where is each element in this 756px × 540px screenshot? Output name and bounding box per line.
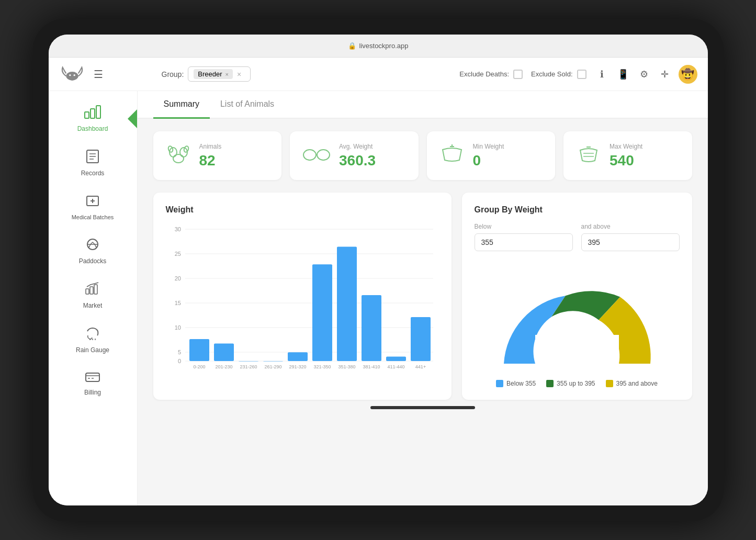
svg-text:411-440: 411-440: [387, 364, 404, 369]
group-chart-card: Group By Weight Below and above: [462, 193, 692, 400]
donut-svg: [483, 267, 671, 372]
legend-label-below: Below 355: [506, 380, 536, 387]
sidebar-item-billing[interactable]: Billing: [49, 362, 137, 404]
sidebar-label-dashboard: Dashboard: [77, 125, 108, 132]
svg-point-30: [173, 154, 184, 163]
exclude-deaths-toggle: Exclude Deaths:: [459, 70, 523, 79]
above-label: and above: [581, 223, 680, 230]
below-label: Below: [475, 223, 573, 230]
svg-text:5: 5: [177, 349, 180, 355]
avg-weight-stat-info: Avg. Weight 360.3: [339, 143, 376, 169]
rain-gauge-icon: [85, 326, 100, 344]
legend-above-395: 395 and above: [606, 380, 658, 387]
exclude-deaths-checkbox[interactable]: [513, 70, 523, 79]
sidebar-label-market: Market: [83, 302, 103, 309]
sidebar-item-medical-batches[interactable]: Medical Batches: [49, 185, 137, 229]
svg-text:351-380: 351-380: [338, 364, 355, 369]
animals-label: Animals: [199, 143, 222, 150]
svg-rect-54: [189, 339, 209, 361]
group-tag[interactable]: Breeder ×: [194, 69, 233, 79]
market-icon: [85, 282, 100, 300]
svg-rect-60: [263, 361, 283, 362]
sidebar-label-records: Records: [81, 170, 105, 177]
svg-text:381-410: 381-410: [363, 364, 380, 369]
svg-rect-66: [337, 247, 357, 361]
group-tag-remove[interactable]: ×: [225, 71, 229, 77]
user-avatar[interactable]: 🤠: [679, 65, 697, 84]
svg-text:10: 10: [174, 324, 180, 331]
stat-card-animals: Animals 82: [153, 131, 282, 180]
svg-rect-5: [91, 109, 95, 118]
tab-summary[interactable]: Summary: [153, 91, 210, 119]
legend-dot-blue: [496, 380, 503, 387]
svg-text:15: 15: [174, 300, 180, 306]
medical-batches-icon: [85, 194, 100, 212]
svg-rect-64: [312, 264, 332, 361]
svg-text:30: 30: [174, 226, 180, 232]
svg-rect-56: [214, 343, 234, 361]
main-content: Summary List of Animals: [138, 91, 708, 505]
animals-value: 82: [199, 152, 222, 169]
app-header: ☰ Group: Breeder × × Exclude De: [49, 58, 708, 91]
paddocks-icon: [85, 237, 100, 255]
svg-rect-18: [94, 285, 97, 294]
sidebar-label-rain-gauge: Rain Gauge: [76, 346, 109, 354]
group-tag-text: Breeder: [198, 70, 222, 78]
avg-weight-value: 360.3: [339, 152, 376, 169]
sidebar-item-paddocks[interactable]: Paddocks: [49, 229, 137, 273]
sidebar-label-billing: Billing: [84, 389, 101, 396]
svg-text:25: 25: [174, 251, 180, 257]
svg-text:261-290: 261-290: [264, 364, 281, 369]
bar-chart-area: 30 25 20 15 10 5 0: [166, 223, 439, 369]
sidebar-item-market[interactable]: Market: [49, 273, 137, 318]
tab-list-of-animals[interactable]: List of Animals: [210, 91, 285, 119]
svg-point-31: [303, 150, 316, 160]
sidebar-label-medical-batches: Medical Batches: [72, 214, 114, 220]
exclude-sold-checkbox[interactable]: [577, 70, 586, 79]
min-weight-stat-info: Min Weight 0: [473, 143, 504, 169]
legend-row: Below 355 355 up to 395 39: [496, 380, 658, 387]
sidebar-item-dashboard[interactable]: Dashboard: [49, 96, 137, 141]
legend-355-395: 355 up to 395: [546, 380, 595, 387]
logo-area: ☰: [59, 64, 153, 85]
exclude-sold-label: Exclude Sold:: [531, 70, 573, 78]
group-label: Group:: [162, 70, 184, 78]
sidebar-label-paddocks: Paddocks: [79, 257, 107, 265]
logo: [59, 64, 85, 85]
svg-point-3: [73, 74, 75, 76]
info-icon[interactable]: ℹ: [595, 67, 610, 82]
svg-text:201-230: 201-230: [215, 364, 232, 369]
sidebar: Dashboard Records: [49, 91, 138, 505]
svg-rect-17: [90, 287, 93, 294]
max-weight-value: 540: [610, 152, 642, 169]
settings-icon[interactable]: ⚙: [637, 67, 651, 82]
stat-card-max-weight: Max Weight 540: [563, 131, 692, 180]
animals-icon: [166, 142, 191, 170]
legend-label-above: 395 and above: [616, 380, 658, 387]
svg-text:231-260: 231-260: [240, 364, 257, 369]
exclude-deaths-label: Exclude Deaths:: [459, 70, 509, 78]
stat-card-min-weight: Min Weight 0: [427, 131, 556, 180]
group-inputs: Below and above: [475, 223, 680, 251]
sidebar-item-rain-gauge[interactable]: Rain Gauge: [49, 318, 137, 362]
svg-text:441+: 441+: [415, 364, 425, 369]
group-clear[interactable]: ×: [237, 70, 241, 78]
above-input[interactable]: [581, 233, 680, 251]
lock-icon: 🔒: [348, 42, 356, 50]
svg-rect-70: [386, 357, 406, 361]
legend-below-355: Below 355: [496, 380, 536, 387]
svg-rect-68: [362, 295, 381, 361]
max-weight-stat-info: Max Weight 540: [610, 143, 642, 169]
svg-rect-62: [288, 352, 308, 361]
sidebar-item-records[interactable]: Records: [49, 141, 137, 185]
hamburger-menu[interactable]: ☰: [94, 68, 103, 81]
below-input[interactable]: [475, 233, 573, 251]
header-controls: Exclude Deaths: Exclude Sold: ℹ 📱 ⚙ ✛ 🤠: [459, 65, 697, 84]
weight-chart-title: Weight: [166, 205, 439, 215]
svg-text:20: 20: [174, 275, 180, 282]
move-icon[interactable]: ✛: [658, 67, 672, 82]
svg-text:0: 0: [177, 358, 180, 364]
phone-icon[interactable]: 📱: [616, 67, 630, 82]
stats-row: Animals 82: [153, 131, 692, 180]
group-tag-container[interactable]: Breeder × ×: [188, 66, 251, 82]
